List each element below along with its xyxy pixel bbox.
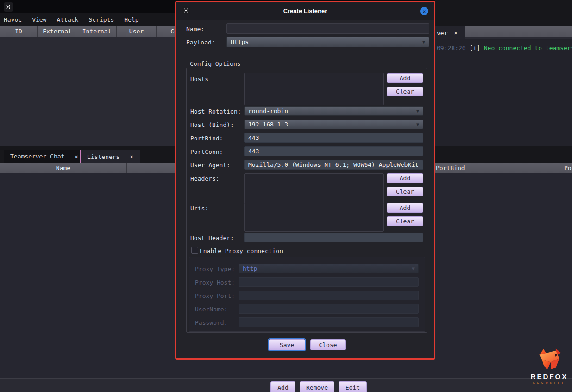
sessions-col-internal[interactable]: Internal	[77, 26, 117, 37]
havoc-app-icon	[4, 2, 13, 12]
chevron-down-icon: ▼	[412, 266, 415, 271]
headers-clear-button[interactable]: Clear	[387, 187, 423, 196]
event-viewer-log[interactable]: 09:28:20 [+] Neo connected to teamserver	[435, 39, 572, 146]
payload-label: Payload:	[186, 39, 215, 46]
listeners-col-name[interactable]: Name	[0, 163, 127, 173]
dialog-titlebar[interactable]: Create Listener ✕	[176, 2, 434, 20]
headers-add-button[interactable]: Add	[387, 173, 423, 183]
close-icon: ✕	[423, 8, 426, 14]
portbind-label: PortBind:	[190, 135, 223, 142]
uris-clear-button[interactable]: Clear	[387, 216, 423, 226]
enable-proxy-label: Enable Proxy connection	[200, 247, 283, 254]
headers-list[interactable]	[244, 173, 384, 204]
sessions-col-external[interactable]: External	[38, 26, 77, 37]
listener-edit-button[interactable]: Edit	[339, 381, 367, 392]
host-bind-label: Host (Bind):	[190, 121, 234, 128]
tab-listeners[interactable]: Listeners ✕	[80, 150, 140, 163]
portconn-input[interactable]	[244, 146, 423, 156]
log-message: Neo connected to teamserver	[484, 44, 572, 51]
portconn-label: PortConn:	[190, 148, 223, 155]
enable-proxy-checkbox[interactable]	[191, 247, 198, 254]
tab-teamserver-chat[interactable]: Teamserver Chat ✕	[4, 150, 85, 163]
tab-teamserver-chat-close-icon[interactable]: ✕	[75, 153, 78, 160]
close-button[interactable]: Close	[310, 339, 346, 350]
log-timestamp: 09:28:20	[437, 44, 466, 51]
tab-event-viewer-close-icon[interactable]: ✕	[454, 30, 457, 36]
host-header-input[interactable]	[244, 233, 423, 242]
proxy-type-dropdown: http ▼	[239, 264, 419, 273]
menu-help[interactable]: Help	[120, 16, 145, 23]
chevron-down-icon: ▼	[416, 108, 419, 114]
brand-tagline: SECURITY	[533, 381, 566, 384]
host-header-label: Host Header:	[190, 234, 234, 241]
listeners-col-portconn[interactable]: Po	[511, 163, 572, 173]
host-rotation-dropdown[interactable]: round-robin ▼	[244, 106, 423, 116]
proxy-type-value: http	[243, 265, 257, 272]
listener-remove-button[interactable]: Remove	[300, 381, 334, 392]
tab-listeners-close-icon[interactable]: ✕	[130, 153, 133, 160]
proxy-type-label: Proxy Type:	[195, 266, 235, 272]
listener-add-button[interactable]: Add	[270, 381, 295, 392]
hosts-label: Hosts	[190, 76, 208, 82]
name-label: Name:	[186, 25, 204, 32]
redfox-security-logo: REDFOX SECURITY	[527, 348, 572, 391]
sessions-col-user[interactable]: User	[117, 26, 157, 37]
menu-attack[interactable]: Attack	[53, 16, 85, 23]
config-options-label: Config Options	[190, 60, 241, 67]
uris-label: Uris:	[190, 205, 208, 212]
tab-teamserver-chat-label: Teamserver Chat	[10, 153, 64, 160]
host-bind-value: 192.168.1.3	[248, 121, 288, 128]
proxy-username-label: UserName:	[195, 306, 227, 313]
proxy-username-input	[239, 304, 419, 314]
log-line: 09:28:20 [+] Neo connected to teamserver	[437, 44, 572, 51]
chevron-down-icon: ▼	[422, 39, 425, 44]
hosts-add-button[interactable]: Add	[387, 73, 423, 83]
chevron-down-icon: ▼	[416, 122, 419, 127]
tab-event-viewer-label: ver	[437, 30, 447, 37]
dialog-title: Create Listener	[176, 7, 434, 14]
log-marker: [+]	[469, 44, 480, 51]
proxy-port-input	[239, 291, 419, 300]
name-input[interactable]	[226, 23, 429, 34]
proxy-host-label: Proxy Host:	[195, 279, 235, 286]
proxy-password-input	[239, 317, 419, 327]
proxy-port-label: Proxy Port:	[195, 292, 235, 299]
host-rotation-label: Host Rotation:	[190, 108, 241, 115]
host-rotation-value: round-robin	[248, 107, 288, 114]
hosts-clear-button[interactable]: Clear	[387, 87, 423, 96]
create-listener-dialog: Create Listener ✕ Name: Payload: Https ▼…	[175, 1, 435, 360]
menu-view[interactable]: View	[28, 16, 53, 23]
host-bind-dropdown[interactable]: 192.168.1.3 ▼	[244, 120, 423, 129]
sessions-col-id[interactable]: ID	[0, 26, 38, 37]
uris-add-button[interactable]: Add	[387, 203, 423, 213]
uris-list[interactable]	[244, 203, 384, 232]
dialog-close-button[interactable]: ✕	[420, 7, 428, 15]
havoc-logo-icon	[6, 4, 11, 10]
portbind-input[interactable]	[244, 133, 423, 143]
event-panel-tabstrip	[435, 0, 572, 26]
tab-listeners-label: Listeners	[87, 153, 119, 160]
menu-havoc[interactable]: Havoc	[0, 16, 28, 23]
proxy-host-input	[239, 277, 419, 287]
user-agent-input[interactable]	[244, 160, 423, 170]
user-agent-label: User Agent:	[190, 162, 230, 169]
havoc-main-window: Havoc View Attack Scripts Help ID Extern…	[0, 0, 572, 392]
menu-scripts[interactable]: Scripts	[85, 16, 120, 23]
fox-icon	[535, 348, 564, 372]
brand-name: REDFOX	[531, 373, 568, 380]
payload-dropdown[interactable]: Https ▼	[226, 37, 429, 47]
headers-label: Headers:	[190, 175, 220, 182]
save-button[interactable]: Save	[269, 339, 305, 350]
proxy-password-label: Password:	[195, 319, 227, 326]
hosts-list[interactable]	[244, 73, 384, 105]
listeners-col-portbind[interactable]: PortBind	[431, 163, 516, 173]
payload-value: Https	[231, 38, 249, 45]
